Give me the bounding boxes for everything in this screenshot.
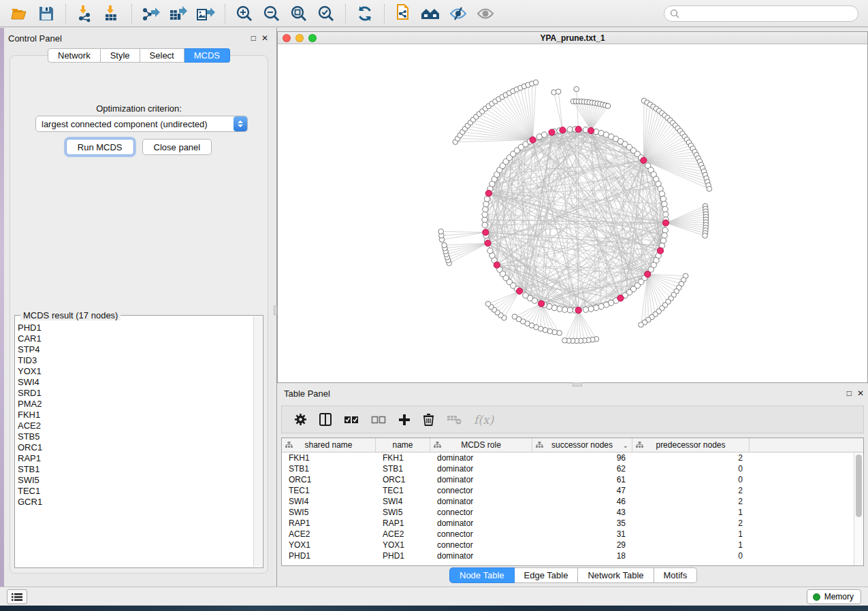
function-builder-button[interactable]: f(x) <box>474 413 494 427</box>
float-window-icon[interactable]: □ <box>251 34 256 42</box>
export-table-button[interactable] <box>165 3 192 24</box>
column-header-shared-name[interactable]: shared name <box>282 438 376 452</box>
network-leaf-node[interactable] <box>605 103 611 109</box>
mcds-result-item[interactable]: GCR1 <box>18 497 253 508</box>
network-node[interactable] <box>562 307 567 312</box>
network-node[interactable] <box>482 217 487 222</box>
table-row[interactable]: PHD1PHD1dominator180 <box>282 550 854 561</box>
mcds-result-item[interactable]: TID3 <box>18 355 253 366</box>
network-node[interactable] <box>541 132 547 137</box>
column-header-successor-nodes[interactable]: successor nodes⌄ <box>532 438 632 452</box>
export-image-button[interactable] <box>192 3 219 24</box>
network-leaf-node[interactable] <box>557 331 562 336</box>
column-header-name[interactable]: name <box>376 438 430 452</box>
network-node[interactable] <box>662 201 667 207</box>
network-node[interactable] <box>482 212 487 217</box>
mcds-hub-node[interactable] <box>485 240 491 246</box>
network-leaf-node[interactable] <box>562 338 568 344</box>
zoom-selected-button[interactable] <box>312 3 340 24</box>
deselect-all-rows-button[interactable] <box>371 415 386 425</box>
hide-selected-button[interactable] <box>445 3 472 24</box>
mcds-hub-node[interactable] <box>641 157 647 163</box>
mcds-hub-node[interactable] <box>575 126 581 132</box>
mcds-result-item[interactable]: STB5 <box>18 431 253 442</box>
zoom-fit-button[interactable] <box>285 3 312 24</box>
tab-edge-table[interactable]: Edge Table <box>515 567 579 583</box>
table-row[interactable]: TEC1TEC1connector472 <box>282 485 854 496</box>
mcds-result-item[interactable]: CAR1 <box>18 333 253 344</box>
network-leaf-node[interactable] <box>438 229 444 234</box>
select-all-rows-button[interactable] <box>344 415 359 425</box>
mcds-hub-node[interactable] <box>549 129 555 135</box>
network-leaf-node[interactable] <box>556 89 561 95</box>
table-row[interactable]: RAP1RAP1dominator352 <box>282 518 854 529</box>
tab-node-table[interactable]: Node Table <box>449 567 515 583</box>
mcds-result-item[interactable]: ACE2 <box>18 420 253 431</box>
mcds-hub-node[interactable] <box>575 307 581 313</box>
mcds-hub-node[interactable] <box>530 137 536 143</box>
network-leaf-node[interactable] <box>574 86 579 92</box>
mcds-result-list[interactable]: PHD1CAR1STP4TID3YOX1SWI4SRD1PMA2FKH1ACE2… <box>18 323 253 565</box>
mcds-result-item[interactable]: SWI5 <box>18 475 253 486</box>
tab-style[interactable]: Style <box>101 48 140 63</box>
network-leaf-node[interactable] <box>639 323 644 328</box>
network-leaf-node[interactable] <box>485 301 491 307</box>
import-table-button[interactable] <box>99 3 126 24</box>
network-node[interactable] <box>523 293 528 298</box>
tab-network-table[interactable]: Network Table <box>578 567 654 583</box>
mcds-result-item[interactable]: ORC1 <box>18 442 253 453</box>
mcds-hub-node[interactable] <box>662 220 669 226</box>
network-node[interactable] <box>660 196 666 201</box>
task-history-button[interactable] <box>7 589 27 604</box>
mcds-result-item[interactable]: SWI4 <box>18 377 253 388</box>
mcds-hub-node[interactable] <box>485 191 492 197</box>
table-row[interactable]: ORC1ORC1dominator610 <box>282 474 854 485</box>
tab-motifs[interactable]: Motifs <box>654 567 698 583</box>
run-mcds-button[interactable]: Run MCDS <box>66 139 134 155</box>
mcds-hub-node[interactable] <box>560 127 566 133</box>
column-header-predecessor-nodes[interactable]: predecessor nodes <box>632 438 750 452</box>
network-canvas[interactable] <box>278 44 867 382</box>
home-button[interactable] <box>417 3 445 24</box>
delete-table-button[interactable] <box>447 414 462 425</box>
window-close-icon[interactable] <box>283 34 291 42</box>
zoom-out-button[interactable] <box>258 3 285 24</box>
network-node[interactable] <box>662 227 668 233</box>
network-node[interactable] <box>483 201 489 207</box>
table-row[interactable]: ACE2ACE2connector311 <box>282 529 854 540</box>
mcds-hub-node[interactable] <box>517 288 523 294</box>
add-column-button[interactable] <box>398 414 411 426</box>
network-leaf-node[interactable] <box>442 243 447 248</box>
tab-mcds[interactable]: MCDS <box>184 48 230 63</box>
network-node[interactable] <box>557 306 562 312</box>
mcds-result-item[interactable]: PMA2 <box>18 399 253 410</box>
close-panel-button[interactable]: Close panel <box>142 139 212 155</box>
search-input[interactable] <box>679 9 858 18</box>
mcds-result-scrollbar[interactable] <box>253 316 262 567</box>
network-node[interactable] <box>484 196 489 201</box>
close-panel-icon[interactable]: ✕ <box>261 34 268 42</box>
show-hidden-button[interactable] <box>472 3 499 24</box>
tab-network[interactable]: Network <box>48 48 101 63</box>
table-row[interactable]: SWI4SWI4dominator462 <box>282 496 854 507</box>
mcds-hub-node[interactable] <box>539 301 545 307</box>
mcds-result-item[interactable]: RAP1 <box>18 453 253 464</box>
refresh-button[interactable] <box>351 3 379 24</box>
delete-column-button[interactable] <box>423 413 434 426</box>
search-box[interactable] <box>664 5 858 22</box>
network-node[interactable] <box>483 206 488 212</box>
table-row[interactable]: YOX1YOX1connector291 <box>282 540 854 550</box>
mcds-result-item[interactable]: SRD1 <box>18 388 253 399</box>
open-session-button[interactable] <box>5 3 33 24</box>
memory-button[interactable]: Memory <box>807 589 861 604</box>
mcds-hub-node[interactable] <box>494 262 500 268</box>
network-node[interactable] <box>583 307 588 312</box>
network-leaf-node[interactable] <box>533 80 539 85</box>
tab-select[interactable]: Select <box>140 48 184 63</box>
table-row[interactable]: SWI5SWI5connector431 <box>282 507 854 518</box>
mcds-hub-node[interactable] <box>617 295 624 301</box>
network-node[interactable] <box>567 127 573 132</box>
network-node[interactable] <box>482 222 487 228</box>
float-window-icon[interactable]: □ <box>847 389 852 397</box>
network-node[interactable] <box>593 305 598 310</box>
